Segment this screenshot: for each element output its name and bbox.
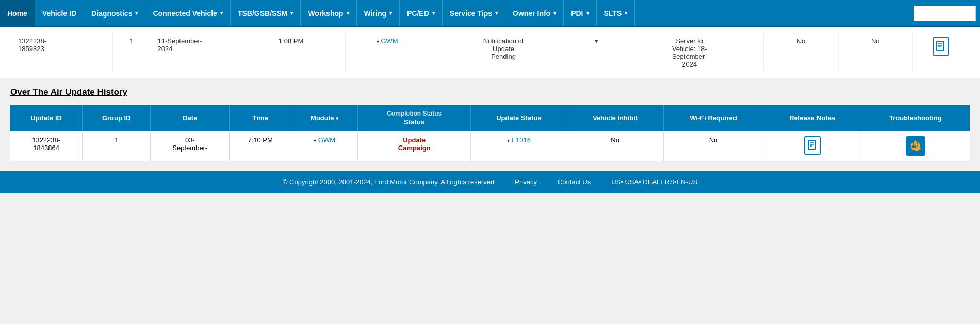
ota-release-notes (763, 131, 861, 161)
nav-home[interactable]: Home (0, 0, 35, 26)
group-id-cell: 1 (113, 33, 150, 73)
nav-service-tips[interactable]: Service Tips ▾ (443, 0, 505, 26)
gwm-link-ota[interactable]: GWM (318, 136, 335, 144)
caret-icon: ▾ (314, 138, 316, 143)
caret-icon-status: ▾ (507, 138, 510, 143)
th-time: Time (230, 105, 291, 131)
th-troubleshooting: Troubleshooting (861, 105, 970, 131)
notification-cell: Notification ofUpdatePending (429, 33, 578, 73)
top-table-section: 1322238-1859823 1 11-September-2024 1:08… (0, 27, 980, 78)
chevron-down-icon: ▾ (290, 10, 293, 16)
footer-privacy-link[interactable]: Privacy (515, 178, 537, 186)
th-date: Date (151, 105, 230, 131)
chevron-down-icon: ▾ (432, 10, 435, 16)
th-update-id-label: Update ID (30, 114, 62, 122)
chevron-down-icon: ▾ (495, 10, 498, 16)
th-vehicle-inhibit: Vehicle Inhibit (567, 105, 663, 131)
chevron-down-icon: ▾ (625, 10, 627, 16)
no-cell-2: No (838, 33, 912, 73)
nav-owner-info[interactable]: Owner Info ▾ (505, 0, 564, 26)
ota-group-id: 1 (83, 131, 151, 161)
th-completion-status: Completion Status Status (358, 105, 471, 131)
chevron-down-icon: ▾ (389, 10, 392, 16)
time-cell: 1:08 PM (271, 33, 345, 73)
notification-table: 1322238-1859823 1 11-September-2024 1:08… (10, 33, 970, 73)
ota-table: Update ID Group ID Date Time Module ▾ Co… (10, 105, 970, 161)
svg-rect-4 (808, 140, 815, 150)
nav-vehicle-id[interactable]: Vehicle ID (35, 0, 84, 26)
th-date-label: Date (183, 114, 197, 122)
th-release-notes-label: Release Notes (789, 114, 835, 122)
th-completion-super: Completion Status (363, 110, 465, 117)
th-troubleshooting-label: Troubleshooting (889, 114, 942, 122)
th-wifi-required: Wi-Fi Required (663, 105, 763, 131)
svg-marker-10 (910, 142, 914, 148)
ota-update-status: ▾ E1016 (471, 131, 567, 161)
footer-contact-link[interactable]: Contact Us (558, 178, 591, 186)
release-notes-icon-top[interactable] (933, 37, 949, 56)
chevron-down-icon: ▾ (336, 116, 338, 121)
ota-section: Over The Air Update History (0, 78, 980, 98)
th-update-id: Update ID (10, 105, 83, 131)
ota-table-header-row: Update ID Group ID Date Time Module ▾ Co… (10, 105, 970, 131)
date-cell: 11-September-2024 (150, 33, 271, 73)
top-release-notes-cell (912, 33, 969, 73)
ota-troubleshooting (861, 131, 970, 161)
update-id-cell: 1322238-1859823 (11, 33, 113, 73)
navbar: Home Vehicle ID Diagnostics ▾ Connected … (0, 0, 980, 27)
footer-copyright: © Copyright 2000, 2001-2024, Ford Motor … (283, 178, 494, 186)
svg-rect-0 (937, 41, 944, 51)
release-notes-icon-ota[interactable] (804, 136, 821, 155)
gwm-link-top[interactable]: GWM (381, 37, 398, 45)
caret-icon: ▾ (377, 39, 379, 44)
th-module-label: Module (311, 114, 334, 122)
ota-completion-status: UpdateCampaign (358, 131, 471, 161)
nav-wiring[interactable]: Wiring ▾ (357, 0, 400, 26)
nav-pdi[interactable]: PDI ▾ (564, 0, 596, 26)
nav-workshop[interactable]: Workshop ▾ (301, 0, 356, 26)
ota-table-wrapper: Update ID Group ID Date Time Module ▾ Co… (0, 105, 980, 161)
th-time-label: Time (253, 114, 268, 122)
no-cell-1: No (764, 33, 838, 73)
ota-date: 03-September- (151, 131, 230, 161)
nav-search-input[interactable] (914, 6, 976, 21)
footer: © Copyright 2000, 2001-2024, Ford Motor … (0, 171, 980, 193)
server-to-vehicle-cell: Server toVehicle: 18-September-2024 (615, 33, 763, 73)
th-update-status-label: Update Status (496, 114, 541, 122)
chevron-down-icon: ▾ (135, 10, 138, 16)
ota-wifi-required: No (663, 131, 763, 161)
chevron-down-icon: ▾ (586, 10, 589, 16)
chevron-down-icon: ▾ (595, 37, 598, 45)
th-update-status: Update Status (471, 105, 567, 131)
chevron-down-icon: ▾ (553, 10, 556, 16)
chevron-down-icon: ▾ (347, 10, 349, 16)
ota-title: Over The Air Update History (10, 87, 970, 98)
nav-pced[interactable]: PC/ED ▾ (400, 0, 443, 26)
ota-update-id: 1322238-1843864 (10, 131, 83, 161)
th-group-id: Group ID (83, 105, 151, 131)
nav-diagnostics[interactable]: Diagnostics ▾ (84, 0, 145, 26)
nav-slts[interactable]: SLTS ▾ (597, 0, 635, 26)
nav-connected-vehicle[interactable]: Connected Vehicle ▾ (145, 0, 230, 26)
nav-tsb-gsb-ssm[interactable]: TSB/GSB/SSM ▾ (231, 0, 301, 26)
th-module: Module ▾ (291, 105, 357, 131)
table-row: 1322238-1859823 1 11-September-2024 1:08… (11, 33, 970, 73)
ota-time: 7:10 PM (230, 131, 291, 161)
th-wifi-required-label: Wi-Fi Required (690, 114, 737, 122)
footer-locale: US• USA• DEALERS•EN-US (611, 178, 697, 186)
th-release-notes: Release Notes (763, 105, 861, 131)
th-vehicle-inhibit-label: Vehicle Inhibit (593, 114, 638, 122)
troubleshooting-icon[interactable] (906, 136, 925, 156)
ota-vehicle-inhibit: No (567, 131, 663, 161)
ota-table-row: 1322238-1843864 1 03-September- 7:10 PM … (10, 131, 970, 161)
dropdown-cell[interactable]: ▾ (578, 33, 615, 73)
e1016-link[interactable]: E1016 (511, 136, 531, 144)
chevron-down-icon: ▾ (220, 10, 223, 16)
th-group-id-label: Group ID (102, 114, 131, 122)
th-status-sub: Status (363, 118, 465, 126)
module-cell: ▾ GWM (346, 33, 429, 73)
completion-status-text: UpdateCampaign (398, 136, 431, 152)
ota-module: ▾ GWM (291, 131, 357, 161)
